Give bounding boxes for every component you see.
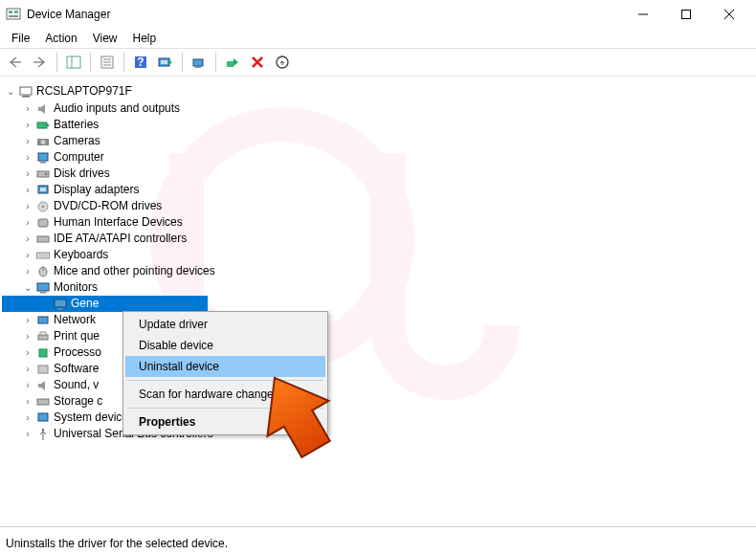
maximize-button[interactable] (664, 1, 707, 28)
context-disable-device[interactable]: Disable device (125, 335, 325, 356)
expand-icon[interactable]: › (21, 393, 34, 410)
tree-item-display-adapters[interactable]: ›Display adapters (2, 182, 754, 198)
svg-rect-57 (38, 413, 48, 421)
battery-icon (35, 118, 51, 133)
tree-item-storage[interactable]: ›Storage c (2, 393, 754, 410)
expand-icon[interactable]: › (21, 100, 34, 117)
svg-point-58 (42, 429, 44, 431)
keyboard-icon (35, 248, 51, 263)
context-properties[interactable]: Properties (125, 411, 325, 432)
svg-rect-4 (14, 11, 18, 13)
expand-icon[interactable]: › (21, 133, 34, 149)
tree-item-batteries[interactable]: ›Batteries (2, 117, 754, 133)
menu-file[interactable]: File (4, 30, 37, 47)
tree-item-processors[interactable]: ›Processo (2, 344, 754, 361)
svg-rect-54 (39, 349, 47, 357)
svg-point-31 (41, 140, 46, 144)
show-hide-tree-button[interactable] (62, 51, 85, 74)
expand-icon[interactable]: › (21, 198, 34, 214)
enable-device-button[interactable] (221, 51, 244, 74)
svg-rect-42 (37, 253, 50, 258)
update-driver-button[interactable] (188, 51, 211, 74)
disable-device-button[interactable] (271, 51, 294, 74)
expand-icon[interactable]: › (21, 166, 34, 182)
tree-item-cameras[interactable]: ›Cameras (2, 133, 754, 149)
disk-icon (35, 166, 51, 182)
computer-icon (18, 84, 33, 100)
expand-icon[interactable]: ⌄ (4, 83, 17, 100)
uninstall-device-button[interactable] (246, 51, 269, 74)
tree-label: Network (54, 312, 96, 328)
statusbar: Uninstalls the driver for the selected d… (0, 533, 756, 554)
tree-item-keyboards[interactable]: ›Keyboards (2, 247, 754, 263)
svg-rect-53 (40, 332, 46, 335)
context-update-driver[interactable]: Update driver (125, 314, 325, 335)
toolbar-separator (56, 53, 57, 72)
expand-icon[interactable]: › (21, 344, 34, 361)
svg-rect-22 (227, 61, 233, 67)
system-icon (35, 410, 51, 426)
svg-rect-21 (195, 66, 201, 68)
tree-item-ide[interactable]: ›IDE ATA/ATAPI controllers (2, 231, 754, 247)
expand-icon[interactable]: › (21, 377, 34, 393)
expand-icon[interactable]: › (21, 361, 34, 377)
tree-item-dvd[interactable]: ›DVD/CD-ROM drives (2, 198, 754, 214)
tree-item-software[interactable]: ›Software (2, 361, 754, 377)
expand-icon[interactable]: › (21, 182, 34, 198)
tree-item-network[interactable]: ›Network (2, 312, 754, 328)
svg-rect-41 (37, 236, 49, 242)
svg-rect-34 (37, 171, 49, 177)
expand-icon[interactable]: › (21, 149, 34, 166)
tree-item-monitor-child-selected[interactable]: Gene (2, 296, 208, 312)
properties-button[interactable] (96, 51, 119, 74)
close-button[interactable] (707, 1, 750, 28)
tree-item-hid[interactable]: ›Human Interface Devices (2, 214, 754, 231)
tree-item-disk-drives[interactable]: ›Disk drives (2, 166, 754, 182)
device-tree[interactable]: ⌄ RCSLAPTOP971F ›Audio inputs and output… (0, 78, 756, 527)
tree-label: Gene (71, 296, 99, 312)
minimize-button[interactable] (621, 1, 664, 28)
expand-icon[interactable]: › (21, 312, 34, 328)
tree-item-usb[interactable]: ›Universal Serial Bus controllers (2, 426, 754, 442)
tree-item-print-queues[interactable]: ›Print que (2, 328, 754, 344)
svg-rect-20 (193, 59, 203, 66)
forward-button[interactable] (29, 51, 52, 74)
tree-label: Batteries (54, 117, 99, 133)
tree-item-sound[interactable]: ›Sound, v (2, 377, 754, 393)
menu-action[interactable]: Action (37, 30, 84, 47)
hid-icon (35, 215, 51, 231)
menu-help[interactable]: Help (125, 30, 165, 47)
expand-icon[interactable]: › (21, 247, 34, 263)
scan-hardware-button[interactable] (154, 51, 177, 74)
context-uninstall-device[interactable]: Uninstall device (125, 356, 325, 377)
expand-icon[interactable]: › (21, 263, 34, 279)
gpu-icon (35, 183, 51, 198)
tree-item-monitors[interactable]: ⌄Monitors (2, 279, 754, 296)
expand-icon[interactable]: › (21, 328, 34, 344)
menu-view[interactable]: View (85, 30, 125, 47)
tree-item-mice[interactable]: ›Mice and other pointing devices (2, 263, 754, 279)
expand-icon[interactable]: › (21, 410, 34, 426)
svg-rect-2 (7, 9, 20, 19)
expand-icon[interactable]: › (21, 214, 34, 231)
speaker-icon (35, 101, 51, 117)
context-separator (127, 408, 323, 409)
tree-item-computer[interactable]: ›Computer (2, 149, 754, 166)
expand-icon[interactable]: › (21, 117, 34, 133)
svg-text:?: ? (137, 55, 144, 69)
tree-item-audio[interactable]: ›Audio inputs and outputs (2, 100, 754, 117)
context-scan-hardware[interactable]: Scan for hardware changes (125, 384, 325, 405)
svg-rect-29 (47, 124, 49, 126)
expand-icon[interactable]: › (21, 231, 34, 247)
toolbar-separator (215, 53, 216, 72)
back-button[interactable] (4, 51, 27, 74)
expand-icon[interactable]: › (21, 426, 34, 442)
toolbar-separator (123, 53, 124, 72)
svg-rect-28 (37, 122, 47, 128)
tree-label: Monitors (54, 279, 98, 296)
help-button[interactable]: ? (129, 51, 152, 74)
tree-item-system[interactable]: ›System devices (2, 410, 754, 426)
collapse-icon[interactable]: ⌄ (21, 279, 34, 296)
tree-root[interactable]: ⌄ RCSLAPTOP971F (2, 82, 754, 100)
svg-rect-52 (38, 335, 48, 340)
